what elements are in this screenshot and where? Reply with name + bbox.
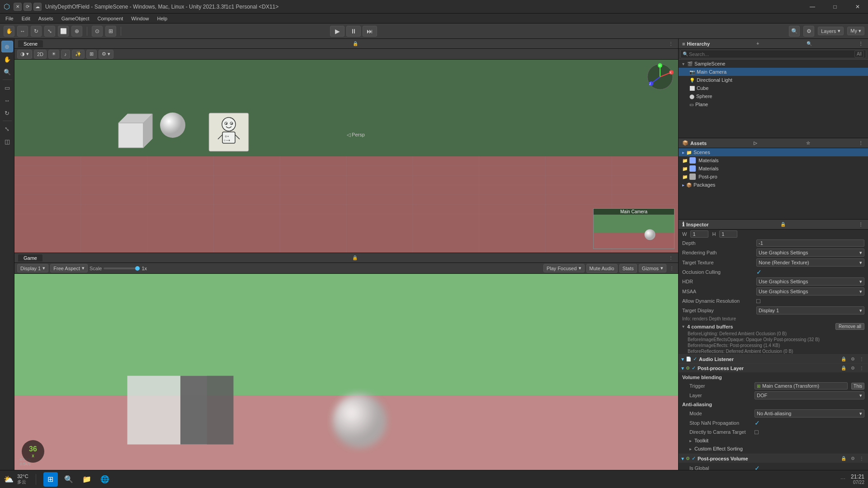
target-display-dropdown[interactable]: Display 1 ▾ xyxy=(756,306,864,314)
assets-btn-2[interactable]: ☆ xyxy=(805,140,812,147)
pp-vol-lock[interactable]: 🔒 xyxy=(840,455,847,462)
buffers-expand[interactable]: ▾ xyxy=(682,324,684,329)
target-texture-dropdown[interactable]: None (Render Texture) ▾ xyxy=(756,258,864,267)
asset-item-mat1[interactable]: 📁 Materials xyxy=(679,156,868,164)
asset-item-packages[interactable]: ▸ 📦 Packages xyxy=(679,181,868,189)
pp-vol-menu[interactable]: ⋮ xyxy=(858,455,865,462)
maximize-btn[interactable]: □ xyxy=(825,0,845,14)
files-btn[interactable]: 📁 xyxy=(80,472,94,487)
scene-menu-btn[interactable]: ⋮ xyxy=(667,40,675,47)
hierarchy-all-filter[interactable]: All xyxy=(854,51,864,57)
account-dropdown[interactable]: My ▾ xyxy=(847,27,864,35)
pause-btn[interactable]: ⏸ xyxy=(346,26,361,37)
hierarchy-item-dir-light[interactable]: 💡 Directional Light xyxy=(679,76,868,84)
audio-btn[interactable]: ♪ xyxy=(61,50,70,59)
layers-dropdown[interactable]: Layers ▾ xyxy=(818,27,844,35)
menu-edit[interactable]: Edit xyxy=(18,15,34,22)
scene-lock-btn[interactable]: 🔒 xyxy=(352,40,359,47)
msaa-dropdown[interactable]: Use Graphics Settings ▾ xyxy=(756,287,864,296)
post-process-layer-header[interactable]: ▾ ⚙ ✓ Post-process Layer 🔒 ⚙ ⋮ xyxy=(679,363,868,372)
hierarchy-item-cube[interactable]: ⬜ Cube xyxy=(679,84,868,92)
close-btn[interactable]: ✕ xyxy=(847,0,868,14)
cloud-btn[interactable]: ☁ xyxy=(33,3,42,11)
game-settings-btn[interactable]: ⋮ xyxy=(668,265,675,272)
rotate-tool-btn[interactable]: ↻ xyxy=(31,26,42,37)
scale-tool-btn[interactable]: ⤡ xyxy=(44,26,55,37)
scale-tool[interactable]: ⤡ xyxy=(1,123,13,135)
asset-item-mat2[interactable]: 📁 Materials xyxy=(679,164,868,173)
hierarchy-search-input[interactable] xyxy=(689,52,854,57)
occlusion-checkbox[interactable] xyxy=(756,268,762,276)
hierarchy-item-main-camera[interactable]: 📷 Main Camera xyxy=(679,68,868,76)
pp-layer-lock[interactable]: 🔒 xyxy=(840,365,847,372)
menu-gameobject[interactable]: GameObject xyxy=(58,15,93,22)
direct-camera-checkbox[interactable]: □ xyxy=(755,428,758,436)
custom-effect-row[interactable]: ▸ Custom Effect Sorting xyxy=(679,445,868,453)
move-tool[interactable]: ↔ xyxy=(1,94,13,106)
game-lock-btn[interactable]: 🔒 xyxy=(351,254,359,262)
scale-slider[interactable] xyxy=(104,267,140,269)
pan-tool[interactable]: ✋ xyxy=(1,53,13,65)
toolkit-row[interactable]: ▸ Toolkit xyxy=(679,436,868,445)
menu-window[interactable]: Window xyxy=(127,15,152,22)
menu-help[interactable]: Help xyxy=(153,15,171,22)
hierarchy-menu-btn[interactable]: ⋮ xyxy=(857,40,864,47)
multi-tool-btn[interactable]: ⊕ xyxy=(71,26,82,37)
hierarchy-item-sphere[interactable]: ⬤ Sphere xyxy=(679,92,868,100)
menu-file[interactable]: File xyxy=(2,15,17,22)
rect-tool[interactable]: ▭ xyxy=(1,82,13,94)
scene-canvas[interactable]: ⚙✦ ◎ ● ◆ ◁ Persp X xyxy=(14,60,678,253)
move-tool-btn[interactable]: ↔ xyxy=(17,26,28,37)
gizmos-scene-btn[interactable]: ⚙ ▾ xyxy=(99,50,113,59)
game-aspect-dropdown[interactable]: Free Aspect ▾ xyxy=(50,264,88,272)
scene-nav-btn[interactable]: ⊞ xyxy=(86,50,97,59)
assets-btn-3[interactable]: ⋮ xyxy=(857,140,864,147)
play-focused-dropdown[interactable]: Play Focused ▾ xyxy=(543,264,585,272)
post-process-volume-header[interactable]: ▾ ⚙ ✓ Post-process Volume 🔒 ⚙ ⋮ xyxy=(679,454,868,463)
mute-audio-btn[interactable]: Mute Audio xyxy=(586,264,618,273)
hierarchy-item-plane[interactable]: ▭ Plane xyxy=(679,100,868,108)
audio-settings-btn[interactable]: ⚙ xyxy=(849,356,856,363)
asset-item-postpro[interactable]: 📁 Post-pro xyxy=(679,173,868,181)
assets-btn-1[interactable]: ▷ xyxy=(752,140,759,147)
game-menu-btn[interactable]: ⋮ xyxy=(667,254,675,262)
hierarchy-add-btn[interactable]: + xyxy=(754,40,761,47)
toolbar-small-btn-2[interactable]: ⟳ xyxy=(24,3,32,11)
w-input[interactable] xyxy=(690,230,708,238)
audio-listener-header[interactable]: ▾ 📄 ✓ Audio Listener 🔒 ⚙ ⋮ xyxy=(679,354,868,363)
select-tool[interactable]: ⊕ xyxy=(1,41,13,52)
trigger-this-btn[interactable]: This xyxy=(851,383,864,389)
toolbar-small-btn-1[interactable]: ✕ xyxy=(14,3,22,11)
gizmos-dropdown[interactable]: Gizmos ▾ xyxy=(639,264,666,272)
mode-dropdown[interactable]: No Anti-aliasing ▾ xyxy=(755,409,864,418)
asset-item-scenes[interactable]: ▸ 📁 Scenes xyxy=(679,148,868,156)
game-tab[interactable]: Game xyxy=(18,254,42,262)
audio-lock-btn[interactable]: 🔒 xyxy=(840,356,847,363)
rect-tool-btn[interactable]: ⬜ xyxy=(58,26,69,37)
2d-btn[interactable]: 2D xyxy=(34,50,47,59)
rotate-tool[interactable]: ↻ xyxy=(1,107,13,119)
overlay-tool[interactable]: ◫ xyxy=(1,136,13,147)
game-canvas[interactable]: 36 x 0.7k/s 0.5k/s xyxy=(14,274,678,470)
shading-mode-btn[interactable]: ◑ ▾ xyxy=(17,50,32,59)
pp-layer-settings[interactable]: ⚙ xyxy=(849,365,856,372)
remove-all-btn[interactable]: Remove all xyxy=(835,323,864,330)
global-btn[interactable]: ⊞ xyxy=(105,26,116,37)
pivot-btn[interactable]: ⊙ xyxy=(92,26,103,37)
search-icon-btn[interactable]: 🔍 xyxy=(789,26,800,37)
browser-btn[interactable]: 🌐 xyxy=(98,472,112,487)
trigger-value-field[interactable]: ⊞ Main Camera (Transform) xyxy=(755,382,848,389)
is-global-checkbox[interactable]: ✓ xyxy=(755,465,760,470)
step-btn[interactable]: ⏭ xyxy=(363,26,377,37)
effects-btn[interactable]: ✨ xyxy=(72,50,85,59)
minimize-btn[interactable]: — xyxy=(802,0,823,14)
rendering-path-dropdown[interactable]: Use Graphics Settings ▾ xyxy=(756,249,864,257)
stats-btn[interactable]: Stats xyxy=(619,264,637,273)
play-btn[interactable]: ▶ xyxy=(330,26,344,37)
layer-dropdown[interactable]: DOF ▾ xyxy=(755,391,864,399)
start-btn[interactable]: ⊞ xyxy=(43,472,58,487)
settings-icon-btn[interactable]: ⚙ xyxy=(803,26,814,37)
pp-layer-menu[interactable]: ⋮ xyxy=(858,365,865,372)
zoom-tool[interactable]: 🔍 xyxy=(1,66,13,78)
inspector-panel[interactable]: ℹ Inspector 🔒 ⋮ W H Depth Rendering Path xyxy=(679,220,868,470)
